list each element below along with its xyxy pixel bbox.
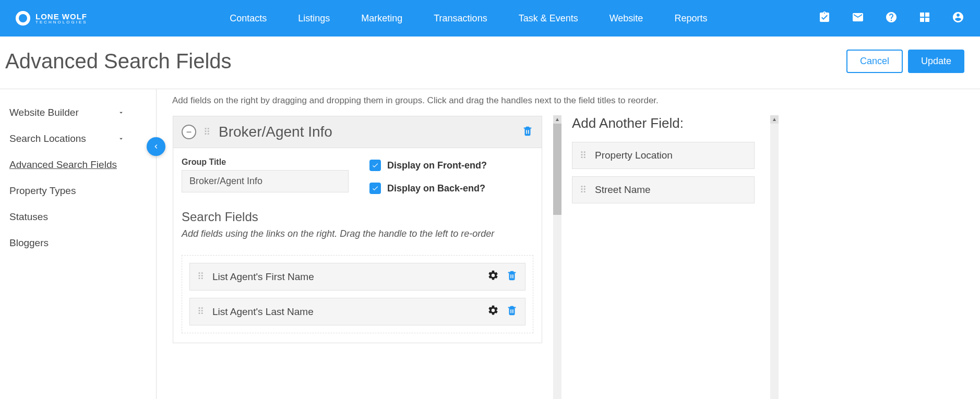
nav-links: Contacts Listings Marketing Transactions… bbox=[119, 13, 818, 24]
logo-mark-icon bbox=[16, 11, 30, 26]
nav-marketing[interactable]: Marketing bbox=[361, 13, 402, 24]
header-actions: Cancel Update bbox=[846, 50, 964, 73]
sidebar-item-label: Search Locations bbox=[9, 133, 86, 144]
sidebar-item-property-types[interactable]: Property Types bbox=[9, 178, 156, 204]
search-field-item[interactable]: ⠿ List Agent's First Name bbox=[189, 263, 525, 291]
sidebar-item-website-builder[interactable]: Website Builder bbox=[9, 100, 156, 126]
drag-handle-icon[interactable]: ⠿ bbox=[197, 309, 205, 315]
brand-name: LONE WOLF bbox=[35, 12, 87, 21]
sidebar-item-label: Statuses bbox=[9, 211, 48, 223]
search-fields-help: Add fields using the links on the right.… bbox=[182, 228, 533, 239]
available-field-label: Street Name bbox=[595, 184, 651, 196]
drag-handle-icon[interactable]: ⠿ bbox=[580, 153, 588, 159]
panels: − ⠿ Broker/Agent Info Group Title bbox=[157, 115, 980, 399]
scroll-thumb[interactable] bbox=[553, 124, 561, 215]
gear-icon bbox=[487, 270, 499, 281]
add-field-title: Add Another Field: bbox=[572, 115, 755, 131]
sidebar-item-search-locations[interactable]: Search Locations bbox=[9, 126, 156, 152]
field-delete-button[interactable] bbox=[506, 305, 518, 319]
field-settings-button[interactable] bbox=[487, 305, 499, 319]
nav-website[interactable]: Website bbox=[609, 13, 643, 24]
search-field-item[interactable]: ⠿ List Agent's Last Name bbox=[189, 298, 525, 325]
group-title-input[interactable] bbox=[182, 170, 349, 192]
search-field-label: List Agent's Last Name bbox=[212, 306, 480, 318]
display-backend-label: Display on Back-end? bbox=[387, 183, 485, 194]
group-body: Group Title Display on Front-end? Displa… bbox=[173, 148, 542, 343]
clipboard-icon[interactable] bbox=[818, 11, 831, 26]
content: Website Builder Search Locations Advance… bbox=[0, 89, 980, 399]
sidebar-item-advanced-search-fields[interactable]: Advanced Search Fields bbox=[9, 152, 156, 178]
search-fields-section: Search Fields Add fields using the links… bbox=[182, 210, 533, 333]
drag-handle-icon[interactable]: ⠿ bbox=[580, 187, 588, 193]
group-panel: − ⠿ Broker/Agent Info Group Title bbox=[172, 115, 543, 399]
field-settings-button[interactable] bbox=[487, 270, 499, 284]
checkbox-checked-icon bbox=[369, 160, 381, 171]
nav-transactions[interactable]: Transactions bbox=[434, 13, 487, 24]
update-button[interactable]: Update bbox=[908, 50, 964, 73]
scroll-up-icon[interactable]: ▲ bbox=[553, 115, 561, 124]
nav-icons bbox=[818, 11, 964, 26]
nav-listings[interactable]: Listings bbox=[298, 13, 330, 24]
sidebar-item-label: Bloggers bbox=[9, 237, 49, 249]
scroll-up-icon[interactable]: ▲ bbox=[770, 115, 779, 124]
group-heading: Broker/Agent Info bbox=[219, 124, 515, 140]
sidebar: Website Builder Search Locations Advance… bbox=[0, 89, 157, 399]
brand-text: LONE WOLF TECHNOLOGIES bbox=[35, 13, 88, 25]
sidebar-item-label: Advanced Search Fields bbox=[9, 159, 117, 171]
page-title: Advanced Search Fields bbox=[5, 50, 232, 73]
nav-tasks[interactable]: Task & Events bbox=[519, 13, 578, 24]
drag-handle-icon[interactable]: ⠿ bbox=[197, 274, 205, 280]
main: Add fields on the right by dragging and … bbox=[157, 89, 980, 399]
available-field-item[interactable]: ⠿ Property Location bbox=[572, 142, 755, 169]
display-options: Display on Front-end? Display on Back-en… bbox=[369, 158, 487, 194]
sidebar-item-statuses[interactable]: Statuses bbox=[9, 204, 156, 230]
top-nav: LONE WOLF TECHNOLOGIES Contacts Listings… bbox=[0, 0, 980, 37]
brand-sub: TECHNOLOGIES bbox=[35, 20, 88, 25]
apps-icon[interactable] bbox=[918, 11, 931, 26]
search-fields-list: ⠿ List Agent's First Name ⠿ List Agent's… bbox=[182, 255, 533, 333]
trash-icon bbox=[506, 270, 518, 281]
profile-icon[interactable] bbox=[952, 11, 964, 26]
delete-group-button[interactable] bbox=[522, 125, 533, 139]
chevron-down-icon bbox=[117, 109, 125, 116]
display-frontend-label: Display on Front-end? bbox=[387, 160, 487, 171]
group-panel-scrollbar[interactable]: ▲ bbox=[553, 115, 561, 399]
search-fields-title: Search Fields bbox=[182, 210, 533, 224]
brand-logo[interactable]: LONE WOLF TECHNOLOGIES bbox=[16, 11, 88, 26]
group-settings: Group Title Display on Front-end? Displa… bbox=[182, 158, 533, 194]
chevron-down-icon bbox=[117, 135, 125, 142]
search-field-label: List Agent's First Name bbox=[212, 271, 480, 283]
nav-contacts[interactable]: Contacts bbox=[230, 13, 267, 24]
collapse-group-button[interactable]: − bbox=[182, 125, 196, 139]
cancel-button[interactable]: Cancel bbox=[846, 50, 903, 73]
sidebar-item-label: Property Types bbox=[9, 185, 76, 197]
drag-handle-icon[interactable]: ⠿ bbox=[204, 129, 211, 135]
add-field-scrollbar[interactable]: ▲ bbox=[770, 115, 779, 399]
help-icon[interactable] bbox=[885, 11, 898, 26]
nav-reports[interactable]: Reports bbox=[674, 13, 707, 24]
display-frontend-checkbox[interactable]: Display on Front-end? bbox=[369, 160, 487, 171]
helper-text: Add fields on the right by dragging and … bbox=[157, 89, 980, 115]
display-backend-checkbox[interactable]: Display on Back-end? bbox=[369, 183, 487, 194]
available-field-item[interactable]: ⠿ Street Name bbox=[572, 176, 755, 203]
field-delete-button[interactable] bbox=[506, 270, 518, 284]
sidebar-item-bloggers[interactable]: Bloggers bbox=[9, 230, 156, 256]
checkbox-checked-icon bbox=[369, 183, 381, 194]
available-field-label: Property Location bbox=[595, 150, 673, 161]
group-header: − ⠿ Broker/Agent Info bbox=[173, 116, 542, 148]
group-title-label: Group Title bbox=[182, 158, 349, 167]
page-header: Advanced Search Fields Cancel Update bbox=[0, 37, 980, 89]
group-title-field: Group Title bbox=[182, 158, 349, 192]
sidebar-item-label: Website Builder bbox=[9, 107, 79, 118]
trash-icon bbox=[506, 305, 518, 316]
gear-icon bbox=[487, 305, 499, 316]
mail-icon[interactable] bbox=[852, 11, 864, 26]
add-field-panel: Add Another Field: ⠿ Property Location ⠿… bbox=[572, 115, 760, 399]
trash-icon bbox=[522, 125, 533, 137]
